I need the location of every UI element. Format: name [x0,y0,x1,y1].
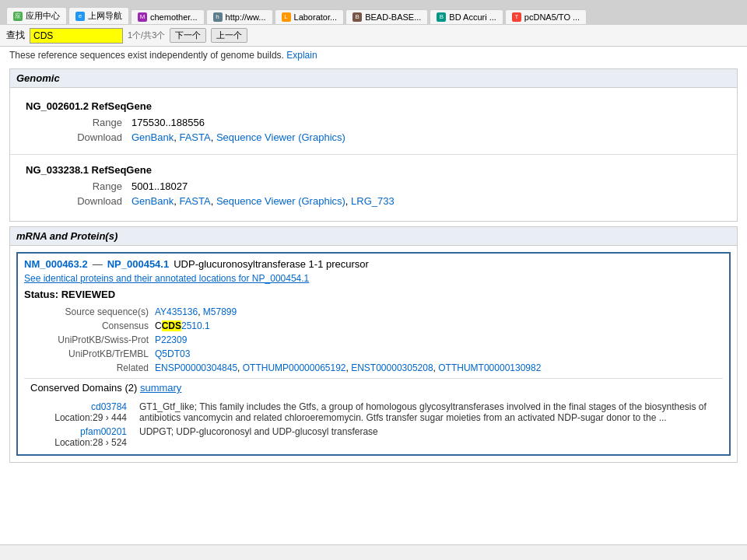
ay435136-link[interactable]: AY435136 [155,306,198,317]
genomic-section-body: NG_002601.2 RefSeqGene Range 175530..188… [10,88,737,221]
domain-2-id-cell: pfam00201 Location:28 › 524 [24,425,133,450]
find-input[interactable] [30,28,123,44]
protein-accession-link[interactable]: NP_000454.1 [107,258,170,270]
domain-1-description: GT1_Gtf_like; This family includes the G… [133,400,723,425]
domain-row-1: cd03784 Location:29 › 444 GT1_Gtf_like; … [24,400,723,425]
conserved-domains-count: (2) [124,382,140,394]
uniprotkb-swiss-label: UniProtKB/Swiss-Prot [30,333,155,347]
uniprotkb-trembl-label: UniProtKB/TrEMBL [30,347,155,361]
find-bar: 查找 1个/共3个 下一个 上一个 [0,25,747,47]
domain-row-2: pfam00201 Location:28 › 524 UDPGT; UDP-g… [24,425,723,450]
mrna-section: mRNA and Protein(s) NM_000463.2 — NP_000… [9,226,738,463]
genbank-link-1[interactable]: GenBank [132,131,174,143]
genomic-entry-1-title: NG_002601.2 RefSeqGene [19,97,728,115]
genbank-link-2[interactable]: GenBank [132,195,174,207]
tab-yingyong-label: 应用中心 [26,10,60,22]
cds-highlight: CDS [162,320,181,331]
tab-yingyong[interactable]: 应 应用中心 [6,7,67,25]
related-label: Related [30,361,155,375]
genomic-entry-2-table: Range 5001..18027 Download GenBank, FAST… [19,179,728,208]
find-next-button[interactable]: 下一个 [170,28,206,43]
conserved-domains-header: Conserved Domains (2) summary [24,378,723,397]
otthumt-link[interactable]: OTTHUMT00000130982 [438,362,541,373]
status-value: REVIEWED [61,289,115,300]
identical-proteins-link[interactable]: See identical proteins and their annotat… [24,273,723,284]
tab-bead-label: BEAD-BASE... [365,12,421,22]
mrna-title-row: NM_000463.2 — NP_000454.1 UDP-glucuronos… [24,258,723,270]
uniprotkb-trembl-row: UniProtKB/TrEMBL Q5DT03 [30,347,729,361]
tab-chemo-label: chemother... [150,12,198,22]
arrow-separator: — [93,258,103,270]
range-value-2: 5001..18027 [128,179,728,194]
tab-bead[interactable]: B BEAD-BASE... [345,9,428,25]
genomic-section-header: Genomic [10,69,737,88]
source-sequence-values: AY435136, M57899 [155,305,729,319]
p22309-link[interactable]: P22309 [155,334,187,345]
consensus-prefix: C [155,320,162,331]
tab-http-label: http://ww... [226,12,266,22]
status-label: Status: [24,289,58,300]
tab-bd-label: BD Accuri ... [449,12,496,22]
explain-link[interactable]: Explain [286,50,317,61]
related-values: ENSP00000304845, OTTHUMP00000065192, ENS… [155,361,729,375]
mrna-section-header: mRNA and Protein(s) [10,227,737,246]
notice-text: These reference sequences exist independ… [0,47,747,64]
source-sequence-row: Source sequence(s) AY435136, M57899 [30,305,729,319]
ccds-link[interactable]: 2510.1 [181,320,210,331]
conserved-domains-summary-link[interactable]: summary [140,382,181,394]
browser-tabs-bar: 应 应用中心 e 上网导航 M chemother... h http://ww… [0,0,747,25]
cd03784-link[interactable]: cd03784 [91,401,127,412]
find-count: 1个/共3个 [128,30,165,41]
detail-table: Source sequence(s) AY435136, M57899 Cons… [30,305,729,375]
genomic-entry-1-table: Range 175530..188556 Download GenBank, F… [19,115,728,145]
mrna-accession-link[interactable]: NM_000463.2 [24,258,88,270]
notice-message: These reference sequences exist independ… [9,50,284,61]
seqviewer-link-1[interactable]: Sequence Viewer (Graphics) [216,131,345,143]
mrna-entry: NM_000463.2 — NP_000454.1 UDP-glucuronos… [16,252,731,456]
tab-http[interactable]: h http://ww... [206,9,273,25]
conserved-domains-label: Conserved Domains [30,382,122,394]
domain-1-id-cell: cd03784 Location:29 › 444 [24,400,133,425]
range-label-1: Range [19,115,128,130]
mrna-section-title: mRNA and Protein(s) [16,230,117,242]
m57899-link[interactable]: M57899 [203,306,237,317]
status-row: Status: REVIEWED [24,289,723,300]
domain-table: cd03784 Location:29 › 444 GT1_Gtf_like; … [24,400,723,450]
genomic-entry-2-range-row: Range 5001..18027 [19,179,728,194]
related-row: Related ENSP00000304845, OTTHUMP00000065… [30,361,729,375]
genomic-entry-1-range-row: Range 175530..188556 [19,115,728,130]
otthump-link[interactable]: OTTHUMP00000065192 [243,362,346,373]
uniprotkb-swiss-value: P22309 [155,333,729,347]
download-links-2: GenBank, FASTA, Sequence Viewer (Graphic… [128,194,728,208]
tab-navigation-label: 上网导航 [88,10,122,22]
domain-2-description: UDPGT; UDP-glucoronosyl and UDP-glucosyl… [133,425,723,450]
genomic-section: Genomic NG_002601.2 RefSeqGene Range 175… [9,68,738,222]
download-links-1: GenBank, FASTA, Sequence Viewer (Graphic… [128,130,728,145]
protein-name: UDP-glucuronosyltransferase 1-1 precurso… [174,258,369,270]
tab-chemo[interactable]: M chemother... [131,9,205,25]
find-prev-button[interactable]: 上一个 [211,28,247,43]
seqviewer-link-2[interactable]: Sequence Viewer (Graphics) [216,195,345,207]
ensp-link[interactable]: ENSP00000304845 [155,362,237,373]
domain-1-location: Location:29 › 444 [54,412,127,423]
download-label-2: Download [19,194,128,208]
genomic-entry-2: NG_033238.1 RefSeqGene Range 5001..18027… [10,158,737,215]
fasta-link-1[interactable]: FASTA [179,131,210,143]
tab-bd[interactable]: B BD Accuri ... [430,9,503,25]
tab-navigation[interactable]: e 上网导航 [68,7,129,25]
range-label-2: Range [19,179,128,194]
tab-lab[interactable]: L Laborator... [275,9,345,25]
enst-link[interactable]: ENST00000305208 [351,362,433,373]
tab-pcdna-label: pcDNA5/TO ... [524,12,580,22]
genomic-entry-1-download-row: Download GenBank, FASTA, Sequence Viewer… [19,130,728,145]
genomic-entry-1: NG_002601.2 RefSeqGene Range 175530..188… [10,94,737,151]
genomic-entry-2-title: NG_033238.1 RefSeqGene [19,161,728,179]
genomic-entry-2-download-row: Download GenBank, FASTA, Sequence Viewer… [19,194,728,208]
tab-pcdna[interactable]: T pcDNA5/TO ... [505,9,587,25]
lrg-link[interactable]: LRG_733 [351,195,395,207]
consensus-row: Consensus CCDS2510.1 [30,319,729,333]
page-content: These reference sequences exist independ… [0,47,747,463]
q5dt03-link[interactable]: Q5DT03 [155,348,190,359]
pfam00201-link[interactable]: pfam00201 [80,426,127,437]
fasta-link-2[interactable]: FASTA [179,195,210,207]
